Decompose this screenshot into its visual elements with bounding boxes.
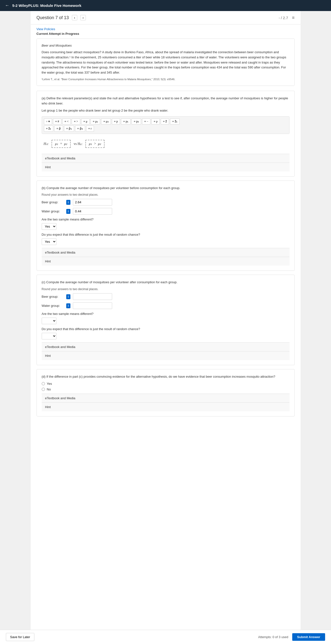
part-b-random-select[interactable]: Yes No xyxy=(42,238,57,245)
null-hyp-equals: = xyxy=(60,142,62,146)
part-c-round-note: Round your answers to two decimal places… xyxy=(42,288,289,291)
null-hyp-box[interactable]: μ₁ = μ₂ xyxy=(52,140,71,148)
part-b-water-input[interactable] xyxy=(73,208,112,214)
alt-hyp-mu2: μ₂ xyxy=(98,142,101,146)
current-attempt-label: Current Attempt in Progress xyxy=(31,31,300,38)
main-content: Question 7 of 13 ‹ › - / 2.7 ≡ View Poli… xyxy=(31,11,300,643)
alt-hyp-gt: > xyxy=(94,142,96,146)
part-b-block: (b) Compute the average number of mosqui… xyxy=(37,180,295,271)
math-btn-mu[interactable]: ≡ μ xyxy=(81,118,90,124)
part-d-yes-radio[interactable] xyxy=(42,382,45,385)
part-c-water-row: Water group: i xyxy=(42,302,289,309)
part-d-no-option[interactable]: No xyxy=(42,388,289,391)
part-a-block: (a) Define the relevant parameter(s) and… xyxy=(37,91,295,176)
passage-footnote: ¹Lefvre T., et al. "Beer Consumption Inc… xyxy=(42,78,289,81)
question-nav: Question 7 of 13 ‹ › xyxy=(37,15,86,20)
next-question-button[interactable]: › xyxy=(80,15,86,20)
math-btn-rho[interactable]: ≡ ρ xyxy=(151,118,160,124)
top-bar: ← 5-2 WileyPLUS: Module Five Homework xyxy=(0,0,331,11)
part-a-hint-btn[interactable]: Hint xyxy=(42,162,289,172)
submit-answer-button[interactable]: Submit Answer xyxy=(292,633,325,641)
part-a-etextbook-btn[interactable]: eTextbook and Media xyxy=(42,154,289,162)
save-later-button[interactable]: Save for Later xyxy=(6,633,34,641)
bottom-right-area: Attempts: 0 of 3 used Submit Answer xyxy=(258,633,325,641)
math-btn-phat[interactable]: ≡ p̂ xyxy=(54,126,63,132)
part-c-water-input[interactable] xyxy=(73,302,112,309)
math-btn-lt[interactable]: ≡ < xyxy=(62,118,71,124)
part-c-beer-label: Beer group: xyxy=(42,295,64,298)
math-btn-zbar2[interactable]: ≡ z̄₂ xyxy=(44,126,54,132)
math-btn-phat1[interactable]: ≡ p̂₁ xyxy=(64,126,74,132)
part-c-diff-question: Are the two sample means different? xyxy=(42,312,289,316)
null-hyp-mu1: μ₁ xyxy=(55,142,58,146)
part-b-diff-question: Are the two sample means different? xyxy=(42,218,289,221)
math-btn-gt[interactable]: ≡ > xyxy=(72,118,80,124)
part-d-block: (d) If the difference in part (c) provid… xyxy=(37,369,295,416)
part-d-no-radio[interactable] xyxy=(42,388,45,391)
math-btn-phat2[interactable]: ≡ p̂₂ xyxy=(75,126,85,132)
policies-section: View Policies xyxy=(31,24,300,31)
part-c-water-info-btn[interactable]: i xyxy=(66,303,70,308)
alt-hyp-mu1: μ₁ xyxy=(89,142,92,146)
math-toolbar: ÷ ▾ ≡ # ≡ < ≡ > ≡ μ ≡ μ₁ ≡ μ₂ ≡ p ≡ p₁ ≡… xyxy=(42,116,289,134)
attempts-label: Attempts: 0 of 3 used xyxy=(258,635,288,639)
passage-title: Beer and Mosquitoes xyxy=(42,44,289,47)
vs-label: vs H₀: xyxy=(74,142,83,146)
part-c-hint-btn[interactable]: Hint xyxy=(42,351,289,360)
part-c-beer-row: Beer group: i xyxy=(42,293,289,300)
part-c-etextbook-btn[interactable]: eTextbook and Media xyxy=(42,342,289,351)
part-a-group-text: Let group 1 be the people who drank beer… xyxy=(42,109,289,112)
part-d-hint-btn[interactable]: Hint xyxy=(42,402,289,411)
part-b-beer-input[interactable] xyxy=(73,199,112,206)
part-b-beer-row: Beer group: i xyxy=(42,199,289,206)
part-b-etextbook-btn[interactable]: eTextbook and Media xyxy=(42,248,289,257)
part-b-question: (b) Compute the average number of mosqui… xyxy=(42,186,289,191)
passage-block: Beer and Mosquitoes Does consuming beer … xyxy=(37,38,295,86)
math-btn-mu1[interactable]: ≡ μ₁ xyxy=(91,118,100,124)
top-bar-title: 5-2 WileyPLUS: Module Five Homework xyxy=(12,4,82,8)
math-btn-zbar1[interactable]: ≡ z̄₁ xyxy=(170,118,180,124)
part-b-hint-btn[interactable]: Hint xyxy=(42,257,289,266)
part-d-etextbook-btn[interactable]: eTextbook and Media xyxy=(42,394,289,402)
part-b-diff-select[interactable]: Yes No xyxy=(42,223,57,230)
null-hyp-mu2: μ₂ xyxy=(64,142,67,146)
math-btn-zbar[interactable]: ≡ z̄ xyxy=(161,118,169,124)
part-b-beer-info-btn[interactable]: i xyxy=(66,200,70,205)
math-btn-hash[interactable]: ≡ # xyxy=(53,118,61,124)
prev-question-button[interactable]: ‹ xyxy=(72,15,78,20)
math-btn-p1[interactable]: ≡ p₁ xyxy=(121,118,131,124)
math-btn-p2[interactable]: ≡ p₂ xyxy=(132,118,141,124)
part-c-random-question: Do you expect that this difference is ju… xyxy=(42,327,289,331)
alt-hyp-box[interactable]: μ₁ > μ₂ xyxy=(85,140,105,148)
math-btn-mu2[interactable]: ≡ μ₂ xyxy=(101,118,111,124)
view-policies-link[interactable]: View Policies xyxy=(37,27,55,31)
math-btn-minus[interactable]: ≡ − xyxy=(142,118,151,124)
math-btn-p[interactable]: ≡ p xyxy=(112,118,120,124)
part-d-question: (d) If the difference in part (c) provid… xyxy=(42,374,289,380)
part-a-question: (a) Define the relevant parameter(s) and… xyxy=(42,96,289,106)
part-b-round-note: Round your answers to two decimal places… xyxy=(42,193,289,196)
back-icon[interactable]: ← xyxy=(5,3,9,8)
part-d-yes-option[interactable]: Yes xyxy=(42,382,289,386)
part-c-beer-info-btn[interactable]: i xyxy=(66,294,70,299)
part-c-random-select[interactable]: Yes No xyxy=(42,333,57,340)
math-btn-r[interactable]: ≡ r xyxy=(86,126,94,132)
question-header: Question 7 of 13 ‹ › - / 2.7 ≡ xyxy=(31,11,300,24)
part-c-question: (c) Compute the average number of mosqui… xyxy=(42,280,289,285)
question-score-area: - / 2.7 ≡ xyxy=(279,15,295,20)
passage-content: Beer and Mosquitoes Does consuming beer … xyxy=(37,39,294,86)
question-number: Question 7 of 13 xyxy=(37,15,69,20)
part-c-diff-select[interactable]: Yes No xyxy=(42,318,57,324)
math-btn-divide[interactable]: ÷ ▾ xyxy=(44,118,52,124)
score-label: - / 2.7 xyxy=(279,16,288,20)
part-d-no-label: No xyxy=(47,388,51,391)
passage-text: Does consuming beer attract mosquitoes? … xyxy=(42,50,289,75)
part-b-water-info-btn[interactable]: i xyxy=(66,209,70,214)
menu-icon[interactable]: ≡ xyxy=(292,15,295,20)
part-b-water-label: Water group: xyxy=(42,210,64,213)
bottom-bar: Save for Later Attempts: 0 of 3 used Sub… xyxy=(0,630,331,643)
part-d-radio-group: Yes No xyxy=(42,382,289,391)
part-c-water-label: Water group: xyxy=(42,304,64,308)
null-hyp-label: H₀: xyxy=(44,142,49,146)
part-c-beer-input[interactable] xyxy=(73,293,112,300)
